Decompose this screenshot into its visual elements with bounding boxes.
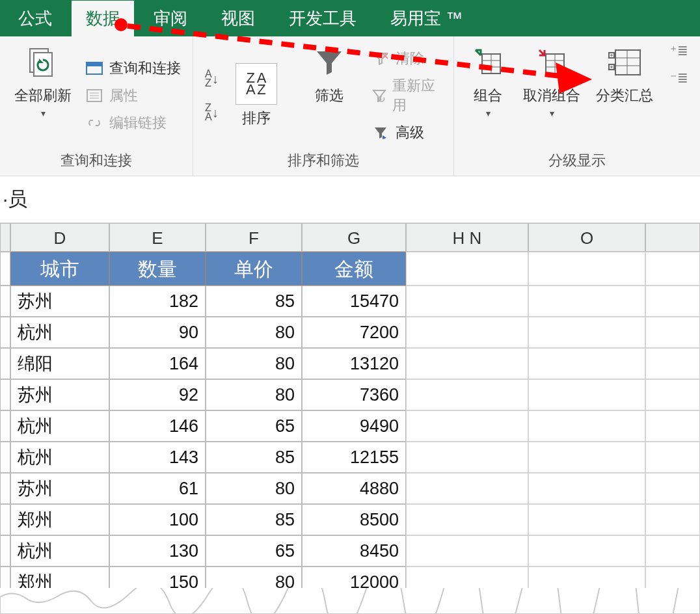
cell-qty[interactable]: 130 — [109, 535, 206, 567]
tab-formula[interactable]: 公式 — [4, 1, 66, 36]
cell-price[interactable]: 80 — [206, 317, 302, 348]
tab-addon[interactable]: 易用宝 ™ — [376, 1, 477, 36]
ungroup-button[interactable]: 取消组合 ▾ — [520, 43, 583, 118]
cell-amount[interactable]: 13120 — [302, 348, 406, 379]
cell-empty[interactable] — [645, 252, 700, 286]
cell-price[interactable]: 85 — [206, 442, 302, 473]
cell-empty[interactable] — [645, 442, 700, 473]
cell-empty[interactable] — [528, 442, 645, 473]
cell-empty[interactable] — [645, 504, 700, 535]
properties-button[interactable]: 属性 — [85, 86, 181, 105]
cell-city[interactable]: 苏州 — [10, 473, 109, 504]
cell-amount[interactable]: 15470 — [302, 286, 406, 317]
show-detail-icon[interactable]: ⁺≣ — [670, 43, 688, 59]
cell-empty[interactable] — [645, 317, 700, 348]
tab-developer[interactable]: 开发工具 — [275, 1, 371, 36]
cell-amount[interactable]: 8450 — [302, 535, 406, 567]
cell-empty[interactable] — [406, 348, 528, 379]
cell-empty[interactable] — [645, 473, 700, 504]
header-city[interactable]: 城市 — [10, 252, 109, 286]
cell-empty[interactable] — [528, 504, 645, 535]
spreadsheet-grid[interactable]: D E F G H N O 城市 数量 单价 金额 苏州1828515470杭州… — [0, 223, 700, 598]
cell-amount[interactable]: 7200 — [302, 317, 406, 348]
tab-review[interactable]: 审阅 — [139, 1, 202, 36]
refresh-all-button[interactable]: 全部刷新 ▾ — [12, 43, 74, 148]
cell-qty[interactable]: 182 — [109, 286, 206, 317]
cell-amount[interactable]: 8500 — [302, 504, 406, 535]
cell-price[interactable]: 80 — [206, 473, 302, 504]
cell-empty[interactable] — [406, 442, 528, 473]
cell-empty[interactable] — [406, 535, 528, 567]
col-header-G[interactable]: G — [302, 223, 406, 252]
cell-empty[interactable] — [528, 379, 645, 410]
cell-qty[interactable]: 164 — [109, 348, 206, 379]
cell-qty[interactable]: 143 — [109, 442, 206, 473]
group-button[interactable]: 组合 ▾ — [466, 43, 510, 118]
cell-amount[interactable]: 7360 — [302, 379, 406, 410]
cell-qty[interactable]: 92 — [109, 379, 206, 410]
sort-button[interactable]: ZA AZ 排序 — [225, 63, 288, 128]
cell-empty[interactable] — [528, 410, 645, 442]
hide-detail-icon[interactable]: ⁻≣ — [670, 70, 688, 86]
cell-city[interactable]: 杭州 — [10, 442, 109, 473]
cell-city[interactable]: 绵阳 — [10, 348, 109, 379]
filter-button[interactable]: 筛选 — [298, 43, 360, 148]
cell-price[interactable]: 65 — [206, 535, 302, 567]
col-header-D[interactable]: D — [10, 223, 109, 252]
cell-qty[interactable]: 100 — [109, 504, 206, 535]
cell-empty[interactable] — [406, 252, 528, 286]
sort-asc-button[interactable]: AZ ↓ — [205, 70, 219, 88]
cell-qty[interactable]: 61 — [109, 473, 206, 504]
cell-empty[interactable] — [406, 473, 528, 504]
edit-links-button[interactable]: 编辑链接 — [85, 113, 181, 133]
col-header-F[interactable]: F — [206, 223, 302, 252]
cell-city[interactable]: 郑州 — [10, 504, 109, 535]
cell-empty[interactable] — [645, 348, 700, 379]
cell-city[interactable]: 杭州 — [10, 535, 109, 567]
cell-empty[interactable] — [406, 410, 528, 442]
cell-empty[interactable] — [528, 252, 645, 286]
clear-filter-button[interactable]: 清除 — [371, 49, 442, 68]
col-header-O[interactable]: O — [528, 223, 645, 252]
cell-empty[interactable] — [645, 535, 700, 567]
queries-connections-button[interactable]: 查询和连接 — [85, 59, 181, 78]
cell-amount[interactable]: 9490 — [302, 410, 406, 442]
cell-qty[interactable]: 146 — [109, 410, 206, 442]
subtotal-button[interactable]: 分类汇总 — [593, 43, 656, 105]
cell-empty[interactable] — [645, 410, 700, 442]
col-header-extra[interactable] — [645, 223, 700, 252]
cell-price[interactable]: 80 — [206, 379, 302, 410]
cell-empty[interactable] — [528, 317, 645, 348]
formula-bar[interactable]: ·员 — [0, 176, 700, 223]
sort-desc-button[interactable]: ZA ↓ — [205, 103, 219, 122]
cell-price[interactable]: 85 — [206, 286, 302, 317]
header-qty[interactable]: 数量 — [109, 252, 206, 286]
tab-view[interactable]: 视图 — [207, 1, 269, 36]
cell-price[interactable]: 80 — [206, 348, 302, 379]
reapply-button[interactable]: 重新应用 — [371, 76, 442, 115]
cell-empty[interactable] — [406, 379, 528, 410]
cell-price[interactable]: 85 — [206, 504, 302, 535]
cell-empty[interactable] — [528, 348, 645, 379]
cell-empty[interactable] — [406, 317, 528, 348]
cell-empty[interactable] — [406, 286, 528, 317]
col-header-E[interactable]: E — [109, 223, 206, 252]
cell-city[interactable]: 杭州 — [10, 410, 109, 442]
cell-city[interactable]: 苏州 — [10, 379, 109, 410]
header-price[interactable]: 单价 — [206, 252, 302, 286]
cell-empty[interactable] — [645, 379, 700, 410]
header-amount[interactable]: 金额 — [302, 252, 406, 286]
cell-empty[interactable] — [645, 286, 700, 317]
advanced-filter-button[interactable]: 高级 — [371, 123, 442, 142]
tab-data[interactable]: 数据 — [72, 1, 134, 36]
cell-empty[interactable] — [528, 473, 645, 504]
col-header-HN[interactable]: H N — [406, 223, 528, 252]
cell-qty[interactable]: 90 — [109, 317, 206, 348]
cell-amount[interactable]: 12155 — [302, 442, 406, 473]
cell-empty[interactable] — [528, 286, 645, 317]
cell-empty[interactable] — [528, 535, 645, 567]
cell-amount[interactable]: 4880 — [302, 473, 406, 504]
cell-city[interactable]: 杭州 — [10, 317, 109, 348]
cell-city[interactable]: 苏州 — [10, 286, 109, 317]
cell-price[interactable]: 65 — [206, 410, 302, 442]
